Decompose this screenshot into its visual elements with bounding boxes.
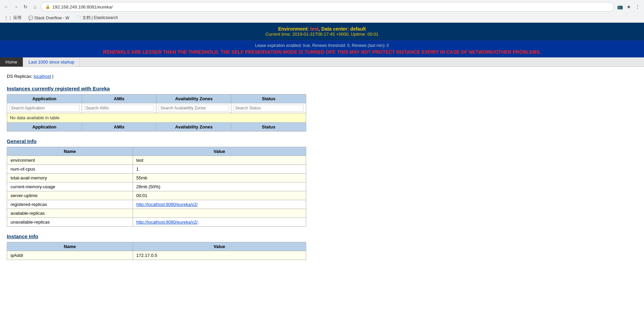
general-info-row: current-memory-usage28mb (50%) [7, 182, 306, 191]
general-info-name: registered-replicas [7, 200, 133, 209]
instances-table: Application AMIs Availability Zones Stat… [7, 94, 306, 132]
instance-info-value: 172.17.0.5 [133, 251, 306, 260]
doc-icon: 📄 [76, 16, 81, 20]
general-info-name: server-uptime [7, 191, 133, 200]
general-info-value: http://localhost:8080/eureka/v2/, [133, 218, 306, 227]
general-info-table: Name Value environmenttestnum-of-cpus1to… [7, 147, 306, 227]
instance-info-row: ipAddr172.17.0.5 [7, 251, 306, 260]
general-col-name: Name [7, 147, 133, 156]
nav-bar: Home Last 1000 since startup [0, 57, 644, 67]
lease-text: Lease expiration enabled: true, Renews t… [7, 43, 637, 48]
general-info-link[interactable]: http://localhost:8080/eureka/v2/ [136, 202, 198, 207]
general-info-name: available-replicas [7, 209, 133, 218]
renewal-warning: RENEWALS ARE LESSER THAN THE THRESHOLD. … [7, 49, 637, 55]
browser-chrome: ← → ↻ ⌂ 🔒 192.168.249.106:8081/eureka/ 📺… [0, 0, 644, 23]
col-footer-amis: AMIs [82, 123, 156, 132]
col-header-application: Application [7, 94, 82, 103]
bookmark-elasticsearch-label: 文档 | Elasticsearch [82, 15, 118, 21]
bookmark-stackoverflow-label: Stack Overflow - W [34, 16, 69, 20]
menu-icon[interactable]: ⋮ [634, 3, 641, 11]
col-header-az: Availability Zones [156, 94, 231, 103]
general-info-name: environment [7, 156, 133, 165]
back-button[interactable]: ← [3, 3, 10, 11]
general-info-title: General Info [7, 138, 637, 144]
instance-info-title: Instance Info [7, 233, 637, 239]
page-header: Environment: test, Data center: default … [0, 23, 644, 40]
main-content: DS Replicas: localhost | Instances curre… [0, 67, 644, 263]
no-data-cell: No data available in table [7, 113, 306, 123]
bookmark-apps[interactable]: ⋮⋮ 应用 [3, 14, 23, 21]
col-header-amis: AMIs [82, 94, 156, 103]
search-az-cell [156, 103, 231, 113]
general-info-value: 28mb (50%) [133, 182, 306, 191]
warning-bar: Lease expiration enabled: true, Renews t… [0, 40, 644, 57]
general-info-value: test [133, 156, 306, 165]
general-info-value: 55mb [133, 174, 306, 182]
general-info-row: unavailable-replicashttp://localhost:808… [7, 218, 306, 227]
instance-info-section: Instance Info Name Value ipAddr172.17.0.… [7, 233, 637, 260]
instances-title: Instances currently registered with Eure… [7, 86, 637, 91]
url-text: 192.168.249.106:8081/eureka/ [52, 4, 610, 10]
forward-button[interactable]: → [12, 3, 20, 11]
search-amis-input[interactable] [84, 105, 154, 111]
general-info-section: General Info Name Value environmenttestn… [7, 138, 637, 227]
instance-info-table: Name Value ipAddr172.17.0.5 [7, 242, 306, 260]
bookmark-apps-label: 应用 [13, 15, 21, 21]
bookmarks-bar: ⋮⋮ 应用 💬 Stack Overflow - W 📄 文档 | Elasti… [0, 14, 644, 22]
ds-replicas-separator: | [52, 74, 53, 79]
search-application-input[interactable] [9, 105, 80, 111]
search-az-input[interactable] [159, 105, 229, 111]
col-footer-status: Status [231, 123, 306, 132]
general-col-value: Value [133, 147, 306, 156]
address-bar: 🔒 192.168.249.106:8081/eureka/ [41, 2, 614, 12]
general-info-row: registered-replicashttp://localhost:8080… [7, 200, 306, 209]
bookmark-star-icon[interactable]: ★ [625, 3, 632, 11]
search-amis-cell [82, 103, 156, 113]
browser-icons: 📺 ★ ⋮ [616, 3, 641, 11]
no-data-row: No data available in table [7, 113, 306, 123]
general-info-name: num-of-cpus [7, 165, 133, 174]
col-footer-az: Availability Zones [156, 123, 231, 132]
general-info-value: 1 [133, 165, 306, 174]
ds-replicas: DS Replicas: localhost | [7, 74, 637, 79]
search-status-input[interactable] [233, 105, 304, 111]
ds-replicas-label: DS Replicas: [7, 74, 34, 79]
bookmark-elasticsearch[interactable]: 📄 文档 | Elasticsearch [75, 14, 119, 21]
instances-footer-row: Application AMIs Availability Zones Stat… [7, 123, 306, 132]
general-info-row: total-avail-memory55mb [7, 174, 306, 182]
refresh-button[interactable]: ↻ [22, 3, 29, 11]
general-info-value: http://localhost:8080/eureka/v2/ [133, 200, 306, 209]
general-info-row: available-replicas [7, 209, 306, 218]
general-info-name: current-memory-usage [7, 182, 133, 191]
environment-line: Environment: test, Data center: default [3, 26, 641, 32]
stackoverflow-icon: 💬 [28, 16, 33, 20]
general-info-value [133, 209, 306, 218]
bookmark-stackoverflow[interactable]: 💬 Stack Overflow - W [27, 15, 71, 21]
env-name: test [310, 26, 319, 32]
col-footer-application: Application [7, 123, 82, 132]
general-info-link[interactable]: http://localhost:8080/eureka/v2/, [136, 220, 199, 225]
instance-col-name: Name [7, 242, 133, 251]
general-info-name: unavailable-replicas [7, 218, 133, 227]
apps-icon: ⋮⋮ [4, 16, 12, 20]
search-status-cell [231, 103, 306, 113]
nav-last-1000[interactable]: Last 1000 since startup [23, 57, 80, 67]
general-info-value: 00:01 [133, 191, 306, 200]
col-header-status: Status [231, 94, 306, 103]
browser-toolbar: ← → ↻ ⌂ 🔒 192.168.249.106:8081/eureka/ 📺… [0, 0, 644, 14]
general-info-row: server-uptime00:01 [7, 191, 306, 200]
nav-home[interactable]: Home [0, 57, 23, 67]
cast-icon[interactable]: 📺 [616, 3, 624, 11]
env-suffix: , Data center: default [319, 26, 366, 32]
home-button[interactable]: ⌂ [31, 3, 39, 11]
general-info-row: num-of-cpus1 [7, 165, 306, 174]
general-info-name: total-avail-memory [7, 174, 133, 182]
instance-info-name: ipAddr [7, 251, 133, 260]
instance-col-value: Value [133, 242, 306, 251]
current-time-line: Current time: 2019-01-31T06:17:45 +0000,… [3, 32, 641, 37]
ds-replicas-link[interactable]: localhost [34, 74, 51, 79]
general-info-row: environmenttest [7, 156, 306, 165]
env-prefix: Environment: [278, 26, 310, 32]
search-application-cell [7, 103, 82, 113]
